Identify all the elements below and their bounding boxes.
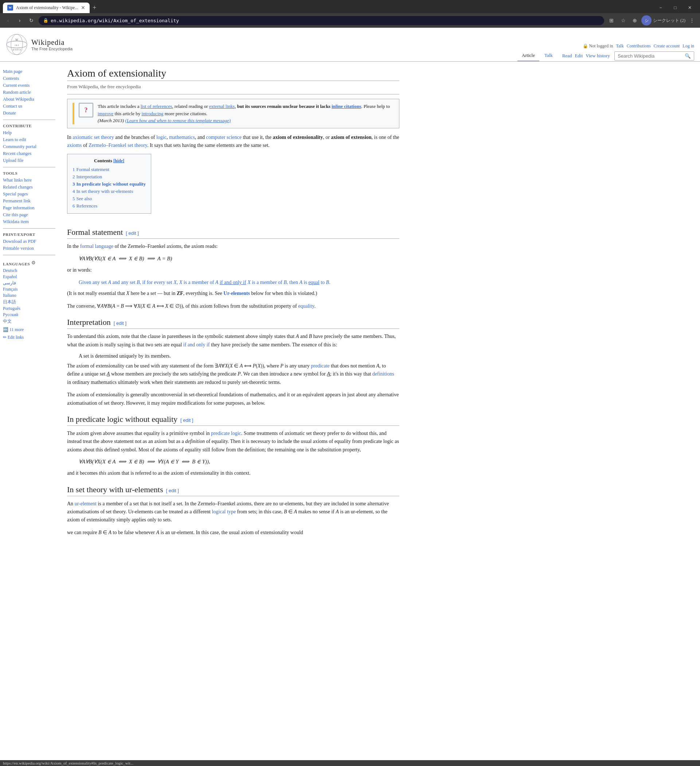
sidebar-item-learn-to-edit[interactable]: Learn to edit [3, 136, 55, 143]
ur-elements-para2: we can require B ∈ A to be false wheneve… [67, 529, 399, 537]
section-formal-statement: Formal statement [ edit ] [67, 228, 399, 239]
formal-statement-intro: In the formal language of the Zermelo–Fr… [67, 242, 399, 250]
sidebar-item-contact[interactable]: Contact us [3, 103, 55, 110]
predicate-para1: The axiom given above assumes that equal… [67, 429, 399, 454]
read-link[interactable]: Read [562, 53, 572, 59]
edit-formal-statement[interactable]: [ edit ] [126, 230, 139, 236]
link-iff[interactable]: if and only if [220, 280, 247, 285]
back-button[interactable]: ‹ [3, 15, 13, 25]
sidebar-item-upload-file[interactable]: Upload file [3, 157, 55, 164]
notice-learn-link[interactable]: (Learn how and when to remove this templ… [125, 118, 231, 123]
toc-item-4[interactable]: 4In set theory with ur-elements [73, 188, 146, 195]
talk-link[interactable]: Talk [616, 43, 624, 49]
toc-item-3[interactable]: 3In predicate logic without equality [73, 180, 146, 188]
contributions-link[interactable]: Contributions [627, 43, 651, 49]
notice-link-external[interactable]: external links [209, 104, 235, 109]
notice-link-inline[interactable]: inline citations [332, 104, 361, 109]
lang-chinese[interactable]: 中文 [3, 318, 55, 325]
tab-talk[interactable]: Talk [540, 50, 557, 61]
link-definitions[interactable]: definitions [373, 371, 394, 377]
link-ur-elements[interactable]: Ur-elements [223, 291, 250, 296]
tab-close-button[interactable]: ✕ [81, 5, 85, 11]
lang-italiano[interactable]: Italiano [3, 293, 55, 299]
login-link[interactable]: Log in [683, 43, 694, 49]
lang-deutsch[interactable]: Deutsch [3, 267, 55, 274]
sidebar-item-about[interactable]: About Wikipedia [3, 96, 55, 103]
edit-links-button[interactable]: ✏ Edit links [3, 335, 55, 340]
link-equal[interactable]: equal [308, 280, 319, 285]
sidebar-item-main-page[interactable]: Main page [3, 68, 55, 75]
notice-link-references[interactable]: list of references [141, 104, 172, 109]
view-history-link[interactable]: View history [586, 53, 610, 59]
toc-item-6[interactable]: 6References [73, 203, 146, 210]
edit-ur-elements[interactable]: [ edit ] [166, 488, 179, 493]
notice-link-introducing[interactable]: introducing [142, 111, 164, 116]
profile-button[interactable]: シ [642, 15, 651, 25]
lang-japanese[interactable]: 日本語 [3, 299, 55, 305]
extensions-button[interactable]: ⊞ [606, 15, 616, 25]
link-axioms[interactable]: axioms [67, 142, 82, 148]
sidebar-item-community-portal[interactable]: Community portal [3, 143, 55, 150]
tab-article[interactable]: Article [517, 50, 539, 61]
toc-hide-button[interactable]: [hide] [113, 158, 124, 163]
reload-button[interactable]: ↻ [26, 15, 36, 25]
edit-link[interactable]: Edit [575, 53, 583, 59]
edit-interpretation[interactable]: [ edit ] [114, 320, 126, 326]
maximize-button[interactable]: □ [668, 3, 683, 13]
sidebar-item-what-links-here[interactable]: What links here [3, 177, 55, 184]
new-tab-button[interactable]: + [90, 3, 99, 13]
search-button[interactable]: 🔍 [685, 53, 691, 59]
sidebar-item-recent-changes[interactable]: Recent changes [3, 150, 55, 157]
link-predicate-logic[interactable]: predicate logic [211, 430, 241, 436]
ur-elements-para1: An ur-element is a member of a set that … [67, 500, 399, 524]
lang-russian[interactable]: Русский [3, 312, 55, 318]
link-predicate[interactable]: predicate [311, 363, 329, 369]
link-mathematics[interactable]: mathematics [169, 135, 195, 140]
link-computer-science[interactable]: computer science [206, 135, 242, 140]
link-zf[interactable]: Zermelo–Fraenkel set theory [88, 142, 147, 148]
sidebar-item-permanent-link[interactable]: Permanent link [3, 198, 55, 204]
sidebar-item-printable[interactable]: Printable version [3, 245, 55, 252]
forward-button[interactable]: › [14, 15, 25, 25]
sidebar-item-help[interactable]: Help [3, 130, 55, 136]
not-logged-in: 🔒 Not logged in [583, 43, 613, 49]
lang-espanol[interactable]: Español [3, 274, 55, 280]
sidebar-item-download-pdf[interactable]: Download as PDF [3, 238, 55, 245]
link-equality[interactable]: equality [298, 303, 314, 309]
sidebar-item-wikidata[interactable]: Wikidata item [3, 218, 55, 225]
sidebar-item-donate[interactable]: Donate [3, 110, 55, 117]
toc-item-5[interactable]: 5See also [73, 195, 146, 203]
interpretation-para2: The axiom of extensionality can be used … [67, 362, 399, 386]
link-iff-2[interactable]: if and only if [183, 342, 210, 347]
lang-francais[interactable]: Français [3, 286, 55, 293]
menu-button[interactable]: ⋮ [687, 15, 697, 25]
more-languages-button[interactable]: 🔤 11 more [3, 327, 55, 332]
sidebar-item-current-events[interactable]: Current events [3, 82, 55, 89]
minimize-button[interactable]: − [653, 3, 668, 13]
edit-predicate[interactable]: [ edit ] [180, 418, 193, 423]
search-input[interactable] [618, 53, 683, 59]
notice-link-improve[interactable]: improve [98, 111, 113, 116]
languages-settings-icon[interactable]: ⚙ [32, 260, 36, 266]
lang-farsi[interactable]: فارسی [3, 280, 55, 286]
sidebar-item-cite-this-page[interactable]: Cite this page [3, 212, 55, 218]
sidebar-item-page-information[interactable]: Page information [3, 204, 55, 212]
sidebar-item-contents[interactable]: Contents [3, 75, 55, 82]
lang-portugues[interactable]: Português [3, 305, 55, 312]
create-account-link[interactable]: Create account [654, 43, 680, 49]
link-axiomatic-set-theory[interactable]: axiomatic set theory [73, 135, 114, 140]
close-button[interactable]: ✕ [683, 3, 697, 13]
sidebar-item-random-article[interactable]: Random article [3, 89, 55, 96]
sidebar-item-related-changes[interactable]: Related changes [3, 184, 55, 191]
link-logical-type[interactable]: logical type [212, 509, 236, 514]
address-bar[interactable]: 🔒 en.wikipedia.org/wiki/Axiom_of_extensi… [39, 16, 604, 25]
wiki-actions: Read Edit View history [558, 51, 615, 61]
toc-item-1[interactable]: 1Formal statement [73, 166, 146, 173]
link-formal-language[interactable]: formal language [80, 244, 113, 249]
link-ur-element[interactable]: ur-element [75, 501, 96, 506]
sidebar-item-special-pages[interactable]: Special pages [3, 191, 55, 198]
active-tab[interactable]: W Axiom of extensionality - Wikipe... ✕ [3, 3, 90, 13]
toc-item-2[interactable]: 2Interpretation [73, 173, 146, 180]
bookmark-button[interactable]: ☆ [618, 15, 628, 25]
link-logic[interactable]: logic [156, 135, 166, 140]
